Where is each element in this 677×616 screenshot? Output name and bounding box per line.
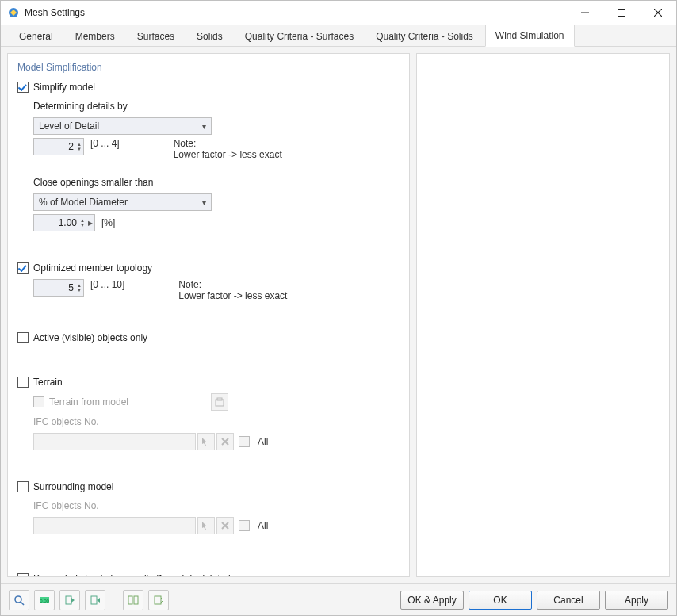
svg-rect-18 <box>134 596 138 604</box>
right-panel <box>416 53 670 577</box>
tab-wind-simulation[interactable]: Wind Simulation <box>485 25 575 47</box>
keep-results-checkbox[interactable] <box>17 573 29 577</box>
close-openings-select[interactable]: % of Model Diameter ▾ <box>33 193 212 211</box>
left-panel: Model Simplification Simplify model Dete… <box>7 53 410 577</box>
spinner-down-icon[interactable]: ▼ <box>77 147 82 151</box>
close-openings-value: 1.00 <box>39 217 80 228</box>
chevron-down-icon: ▾ <box>202 198 206 207</box>
cancel-button[interactable]: Cancel <box>537 591 600 610</box>
surrounding-pick-object-button <box>197 517 215 534</box>
titlebar: Mesh Settings <box>1 1 676 25</box>
svg-rect-16 <box>91 596 97 604</box>
tabs-row: General Members Surfaces Solids Quality … <box>1 25 676 47</box>
active-objects-label: Active (visible) objects only <box>33 332 147 343</box>
app-icon <box>7 6 20 19</box>
terrain-from-model-label: Terrain from model <box>49 396 128 407</box>
topology-range: [0 ... 10] <box>90 279 124 290</box>
chevron-down-icon: ▾ <box>202 122 206 131</box>
content-area: Model Simplification Simplify model Dete… <box>1 47 676 583</box>
tab-quality-surfaces[interactable]: Quality Criteria - Surfaces <box>235 25 364 47</box>
topology-note-body: Lower factor -> less exact <box>178 290 287 301</box>
close-openings-spinner[interactable]: 1.00 ▲▼ ▶ <box>33 214 95 231</box>
close-openings-label: Close openings smaller than <box>33 177 153 188</box>
optimized-topology-label: Optimized member topology <box>33 262 152 274</box>
tool-button-1[interactable] <box>9 590 29 610</box>
apply-button[interactable]: Apply <box>605 591 668 610</box>
detail-factor-value: 2 <box>39 141 77 152</box>
detail-note-head: Note: <box>174 138 282 149</box>
determining-details-label: Determining details by <box>33 101 128 112</box>
terrain-pick-button <box>211 393 228 411</box>
terrain-all-label: All <box>258 436 268 447</box>
svg-rect-15 <box>66 596 71 604</box>
svg-rect-2 <box>618 10 625 17</box>
terrain-from-model-checkbox <box>33 396 44 407</box>
svg-rect-17 <box>128 596 132 604</box>
svg-text:0.00: 0.00 <box>40 599 49 603</box>
surrounding-ifc-label: IFC objects No. <box>33 500 99 511</box>
surrounding-all-checkbox <box>239 520 250 531</box>
terrain-all-checkbox <box>239 436 250 447</box>
terrain-pick-object-button <box>197 433 215 450</box>
optimized-topology-checkbox[interactable] <box>17 262 29 274</box>
simplify-model-label: Simplify model <box>33 82 95 93</box>
detail-note-body: Lower factor -> less exact <box>174 149 282 160</box>
surrounding-model-label: Surrounding model <box>33 481 113 492</box>
window-title: Mesh Settings <box>25 7 567 18</box>
footer: 0.00 OK & Apply OK Cancel Apply <box>1 583 676 615</box>
level-of-detail-select[interactable]: Level of Detail ▾ <box>33 117 212 135</box>
section-title: Model Simplification <box>17 62 400 73</box>
surrounding-all-label: All <box>258 520 268 531</box>
close-openings-unit: [%] <box>101 217 115 228</box>
tool-button-4[interactable] <box>85 590 105 610</box>
spinner-down-icon[interactable]: ▼ <box>80 223 85 228</box>
topology-factor-value: 5 <box>39 282 77 293</box>
surrounding-clear-button <box>216 517 234 534</box>
tab-surfaces[interactable]: Surfaces <box>127 25 185 47</box>
close-button[interactable] <box>640 1 676 25</box>
ok-button[interactable]: OK <box>469 591 532 610</box>
mesh-settings-window: Mesh Settings General Members Surfaces S… <box>0 0 677 616</box>
terrain-ifc-input <box>33 433 196 450</box>
keep-results-label: Keep wind simulation results if mesh is … <box>33 573 231 577</box>
surrounding-model-checkbox[interactable] <box>17 481 29 492</box>
terrain-label: Terrain <box>33 377 63 388</box>
detail-range: [0 ... 4] <box>90 138 120 149</box>
svg-point-11 <box>15 596 21 603</box>
spinner-down-icon[interactable]: ▼ <box>77 288 82 293</box>
maximize-button[interactable] <box>603 1 640 25</box>
detail-factor-spinner[interactable]: 2 ▲▼ <box>33 138 84 155</box>
tab-general[interactable]: General <box>9 25 63 47</box>
close-openings-select-value: % of Model Diameter <box>39 197 128 208</box>
terrain-clear-button <box>216 433 234 450</box>
tool-button-5[interactable] <box>123 590 143 610</box>
tab-quality-solids[interactable]: Quality Criteria - Solids <box>365 25 484 47</box>
tool-button-6[interactable] <box>148 590 169 610</box>
svg-rect-19 <box>155 596 161 604</box>
ok-apply-button[interactable]: OK & Apply <box>400 591 464 610</box>
simplify-model-checkbox[interactable] <box>17 82 29 93</box>
tool-button-2[interactable]: 0.00 <box>34 590 55 610</box>
topology-factor-spinner[interactable]: 5 ▲▼ <box>33 279 84 297</box>
active-objects-checkbox[interactable] <box>17 332 29 343</box>
tool-button-3[interactable] <box>59 590 80 610</box>
terrain-ifc-label: IFC objects No. <box>33 416 99 427</box>
minimize-button[interactable] <box>567 1 603 25</box>
terrain-checkbox[interactable] <box>17 377 29 388</box>
svg-line-12 <box>21 602 24 605</box>
tab-solids[interactable]: Solids <box>186 25 233 47</box>
tab-members[interactable]: Members <box>65 25 125 47</box>
topology-note-head: Note: <box>178 279 287 290</box>
surrounding-ifc-input <box>33 517 196 534</box>
level-of-detail-value: Level of Detail <box>39 121 99 132</box>
arrow-right-icon[interactable]: ▶ <box>88 220 93 227</box>
